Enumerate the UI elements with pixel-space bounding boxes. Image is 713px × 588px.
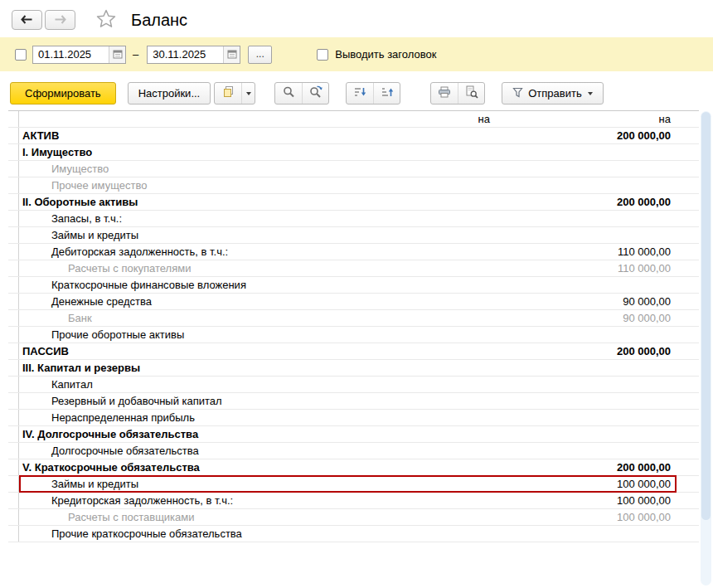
table-row[interactable]: Займы и кредиты	[8, 227, 699, 244]
report-variant-dropdown[interactable]	[241, 83, 255, 104]
row-label: ПАССИВ	[22, 345, 69, 357]
report-variants-split-button	[214, 82, 255, 104]
row-value	[495, 443, 676, 459]
row-label: Денежные средства	[51, 295, 152, 308]
period-checkbox[interactable]	[15, 49, 27, 61]
row-value-period1	[304, 476, 495, 492]
row-gutter	[8, 426, 19, 442]
row-label: Дебиторская задолженность, в т.ч.:	[51, 245, 228, 258]
row-value: 100 000,00	[495, 476, 676, 492]
list-expand-icon	[381, 86, 394, 101]
calendar-button-to[interactable]	[223, 46, 240, 63]
show-title-checkbox[interactable]	[317, 49, 328, 61]
table-row[interactable]: Резервный и добавочный капитал	[8, 393, 699, 410]
row-value: 100 000,00	[495, 509, 676, 525]
settings-button[interactable]: Настройки...	[128, 82, 211, 104]
report-header-row[interactable]: на на	[8, 111, 699, 128]
table-row[interactable]: Долгосрочные обязательства	[8, 443, 699, 459]
row-label: Резервный и добавочный капитал	[51, 395, 222, 407]
table-row[interactable]: Денежные средства 90 000,00	[8, 294, 699, 310]
row-gutter	[8, 343, 19, 359]
period2-column-header: на	[495, 111, 676, 127]
table-row[interactable]: АКТИВ 200 000,00	[8, 128, 699, 144]
collapse-groups-button[interactable]	[347, 83, 373, 104]
row-label: Расчеты с покупателями	[68, 262, 191, 275]
period-from-input[interactable]	[33, 46, 109, 63]
scrollbar-thumb[interactable]	[701, 112, 711, 520]
row-gutter	[8, 443, 19, 459]
calendar-button-from[interactable]	[109, 46, 125, 63]
table-row[interactable]: Прочее имущество	[8, 177, 699, 194]
row-gutter	[8, 459, 19, 475]
table-row[interactable]: Займы и кредиты 100 000,00	[8, 476, 699, 493]
period-to-input[interactable]	[148, 46, 223, 63]
period-more-button[interactable]: ...	[248, 46, 272, 64]
forward-button[interactable]	[45, 10, 75, 30]
report-toolbar: Сформировать Настройки...	[0, 71, 713, 108]
calendar-icon	[227, 47, 237, 62]
period-to-field	[147, 46, 240, 64]
table-row[interactable]: Дебиторская задолженность, в т.ч.: 110 0…	[8, 244, 699, 260]
back-button[interactable]	[12, 10, 42, 30]
row-gutter	[8, 244, 19, 260]
row-value-period1	[304, 443, 495, 459]
table-row[interactable]: Банк 90 000,00	[8, 310, 699, 327]
period1-column-header: на	[304, 111, 495, 127]
row-label: Прочие оборотные активы	[51, 328, 184, 341]
row-value: 90 000,00	[495, 310, 676, 326]
vertical-scrollbar[interactable]	[701, 111, 711, 586]
row-gutter	[8, 194, 19, 210]
copy-document-icon	[222, 85, 235, 101]
arrow-left-icon	[21, 12, 33, 27]
table-row[interactable]: Имущество	[8, 161, 699, 177]
row-gutter	[8, 393, 19, 409]
print-button[interactable]	[431, 83, 458, 104]
title-bar: Баланс	[0, 0, 713, 35]
row-value: 100 000,00	[495, 493, 676, 508]
table-row[interactable]: ПАССИВ 200 000,00	[8, 343, 699, 360]
table-row[interactable]: Краткосрочные финансовые вложения	[8, 277, 699, 294]
row-gutter	[8, 161, 19, 177]
favorite-star-button[interactable]	[96, 9, 116, 32]
row-value-period1	[304, 377, 495, 392]
expand-groups-button[interactable]	[373, 83, 400, 104]
table-row[interactable]: II. Оборотные активы 200 000,00	[8, 194, 699, 211]
row-value-period1	[304, 227, 495, 243]
row-label: Расчеты с поставщиками	[68, 511, 195, 523]
row-value-period1	[304, 459, 495, 475]
search-button[interactable]	[275, 83, 302, 104]
generate-button[interactable]: Сформировать	[10, 82, 116, 104]
row-gutter	[8, 111, 19, 127]
print-preview-button[interactable]	[458, 83, 484, 104]
table-row[interactable]: Расчеты с поставщиками 100 000,00	[8, 509, 699, 526]
send-button[interactable]: Отправить	[502, 82, 603, 104]
row-label: Прочее имущество	[51, 179, 147, 192]
table-row[interactable]: Запасы, в т.ч.:	[8, 211, 699, 227]
row-value-period1	[304, 360, 495, 376]
row-value-period1	[304, 526, 495, 542]
filter-panel: – ... Выводить заголовок	[0, 37, 713, 71]
table-row[interactable]: III. Капитал и резервы	[8, 360, 699, 377]
table-row[interactable]: Прочие краткосрочные обязательства	[8, 526, 699, 542]
row-gutter	[8, 310, 19, 326]
row-gutter	[8, 294, 19, 309]
report-variant-button[interactable]	[215, 83, 241, 104]
search-icon	[283, 85, 295, 101]
row-value-period1	[304, 294, 495, 309]
table-row[interactable]: Расчеты с покупателями 110 000,00	[8, 260, 699, 277]
cancel-search-button[interactable]	[302, 83, 328, 104]
table-row[interactable]: Прочие оборотные активы	[8, 327, 699, 343]
row-gutter	[8, 327, 19, 343]
row-value-period1	[304, 211, 495, 226]
grouping-button-group	[346, 82, 400, 104]
table-row[interactable]: Нераспределенная прибыль	[8, 410, 699, 426]
table-row[interactable]: Кредиторская задолженность, в т.ч.: 100 …	[8, 493, 699, 509]
row-label: Долгосрочные обязательства	[51, 445, 199, 457]
table-row[interactable]: V. Краткосрочные обязательства 200 000,0…	[8, 459, 699, 476]
list-collapse-icon	[353, 86, 366, 101]
table-row[interactable]: IV. Долгосрочные обязательства	[8, 426, 699, 443]
table-row[interactable]: Капитал	[8, 377, 699, 393]
row-gutter	[8, 360, 19, 376]
star-icon	[96, 9, 116, 32]
table-row[interactable]: I. Имущество	[8, 144, 699, 161]
